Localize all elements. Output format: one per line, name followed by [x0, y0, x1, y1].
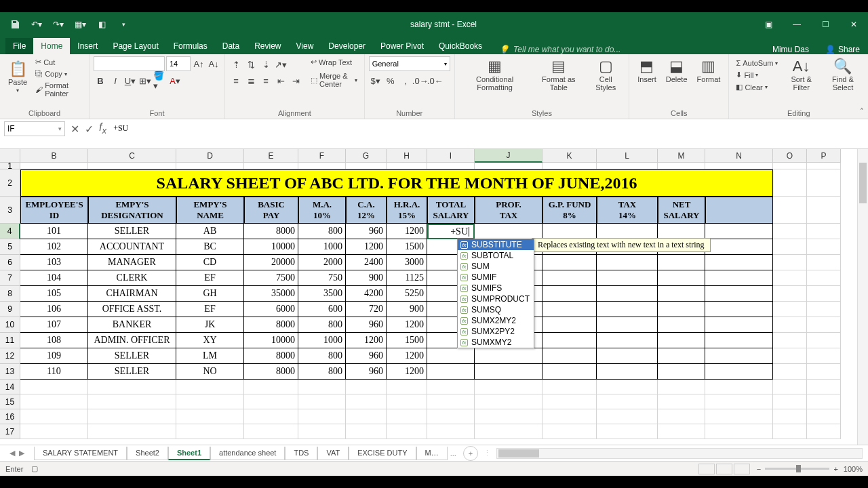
cell[interactable]: 750	[298, 270, 346, 286]
cell[interactable]	[542, 333, 597, 348]
cell[interactable]	[705, 424, 773, 439]
cell[interactable]	[773, 380, 807, 394]
cell[interactable]: 1200	[387, 348, 427, 364]
cell[interactable]	[658, 364, 705, 380]
cell[interactable]: XY	[176, 333, 244, 348]
cell[interactable]	[658, 409, 705, 424]
cell[interactable]: 1200	[387, 224, 427, 239]
file-tab[interactable]: File	[5, 38, 33, 54]
autocomplete-item[interactable]: fxSUMX2PY2	[458, 326, 534, 337]
ribbon-tab-formulas[interactable]: Formulas	[166, 38, 215, 54]
comma-icon[interactable]: ,	[399, 74, 412, 87]
cell[interactable]	[658, 163, 705, 169]
cell[interactable]	[387, 394, 427, 409]
cell[interactable]	[597, 364, 658, 380]
autocomplete-item[interactable]: fxSUMSQ	[458, 304, 534, 315]
cell[interactable]	[807, 286, 841, 302]
autocomplete-item[interactable]: fxSUMXMY2	[458, 337, 534, 348]
cell[interactable]	[298, 409, 346, 424]
cell[interactable]	[773, 169, 807, 197]
cell[interactable]: SELLER	[88, 364, 176, 380]
cell[interactable]: 900	[387, 302, 427, 317]
cell[interactable]: GH	[176, 286, 244, 302]
row-header[interactable]: 1	[0, 163, 20, 169]
cell[interactable]: SELLER	[88, 224, 176, 239]
cell[interactable]	[705, 333, 773, 348]
percent-icon[interactable]: %	[384, 74, 397, 87]
font-size-combo[interactable]: 14	[166, 56, 191, 71]
cell[interactable]	[773, 302, 807, 317]
cell[interactable]	[705, 224, 773, 239]
cell[interactable]: EF	[176, 302, 244, 317]
cell[interactable]: +SU	[427, 224, 475, 239]
row-header[interactable]: 13	[0, 364, 20, 380]
row-header[interactable]: 6	[0, 255, 20, 270]
sheet-tab[interactable]: SALARY STATEMENT	[34, 447, 127, 460]
ribbon-tab-view[interactable]: View	[289, 38, 321, 54]
cell[interactable]	[475, 348, 542, 364]
enter-formula-icon[interactable]: ✓	[85, 123, 94, 136]
zoom-level[interactable]: 100%	[844, 465, 863, 473]
cell[interactable]	[244, 409, 298, 424]
cell[interactable]	[427, 380, 475, 394]
bold-button[interactable]: B	[94, 74, 107, 87]
cell[interactable]	[427, 409, 475, 424]
cell[interactable]: ACCOUNTANT	[88, 239, 176, 255]
cell[interactable]	[298, 424, 346, 439]
cell[interactable]	[542, 224, 597, 239]
wrap-text-button[interactable]: ↩Wrap Text	[308, 56, 360, 68]
cell[interactable]	[542, 163, 597, 169]
redo-icon[interactable]: ↷▾	[49, 15, 68, 34]
cell[interactable]	[773, 424, 807, 439]
column-title[interactable]: C.A.12%	[346, 197, 387, 224]
cell[interactable]	[597, 270, 658, 286]
ribbon-tab-power-pivot[interactable]: Power Pivot	[373, 38, 431, 54]
cell[interactable]: 6000	[244, 302, 298, 317]
cell[interactable]	[807, 380, 841, 394]
horizontal-scrollbar[interactable]	[496, 448, 863, 459]
column-title[interactable]: M.A.10%	[298, 197, 346, 224]
cell[interactable]	[176, 380, 244, 394]
cell[interactable]: 20000	[244, 255, 298, 270]
qat-icon2[interactable]: ◧	[92, 15, 111, 34]
sheet-tab[interactable]: Sheet2	[127, 447, 168, 460]
cell[interactable]: 3500	[298, 286, 346, 302]
cell[interactable]: 2000	[298, 255, 346, 270]
ribbon-display-icon[interactable]: ▣	[754, 15, 783, 34]
cell[interactable]: 108	[20, 333, 88, 348]
normal-view-icon[interactable]	[698, 464, 715, 474]
cell[interactable]	[773, 270, 807, 286]
column-title[interactable]: NETSALARY	[658, 197, 705, 224]
fill-color-button[interactable]: 🪣▾	[153, 74, 167, 87]
cell[interactable]	[244, 424, 298, 439]
cell[interactable]	[597, 424, 658, 439]
cell[interactable]	[597, 317, 658, 333]
autocomplete-item[interactable]: fxSUBTOTAL	[458, 250, 534, 261]
conditional-formatting-button[interactable]: ▦Conditional Formatting	[459, 56, 531, 94]
column-header[interactable]: B	[20, 149, 88, 163]
cell[interactable]	[705, 380, 773, 394]
cell[interactable]	[387, 380, 427, 394]
column-header[interactable]: G	[346, 149, 387, 163]
column-header[interactable]: F	[298, 149, 346, 163]
column-title[interactable]: EMPY'SDESIGNATION	[88, 197, 176, 224]
row-header[interactable]: 17	[0, 424, 20, 439]
cell[interactable]: 7500	[244, 270, 298, 286]
cell[interactable]: 3000	[387, 255, 427, 270]
share-button[interactable]: 👤Share	[817, 45, 868, 54]
cell[interactable]	[542, 302, 597, 317]
cell[interactable]: 10000	[244, 333, 298, 348]
cell[interactable]	[773, 409, 807, 424]
cell[interactable]: 1500	[387, 239, 427, 255]
ribbon-tab-home[interactable]: Home	[33, 38, 70, 54]
cell[interactable]	[658, 424, 705, 439]
cell[interactable]	[597, 394, 658, 409]
cell[interactable]: 1000	[298, 239, 346, 255]
cell[interactable]	[427, 348, 475, 364]
cell[interactable]: 1500	[387, 333, 427, 348]
column-title[interactable]: EMPLOYEE'SID	[20, 197, 88, 224]
ribbon-tab-review[interactable]: Review	[247, 38, 288, 54]
cell[interactable]	[597, 380, 658, 394]
insert-button[interactable]: ⬒Insert	[633, 56, 660, 86]
cell[interactable]: BANKER	[88, 317, 176, 333]
